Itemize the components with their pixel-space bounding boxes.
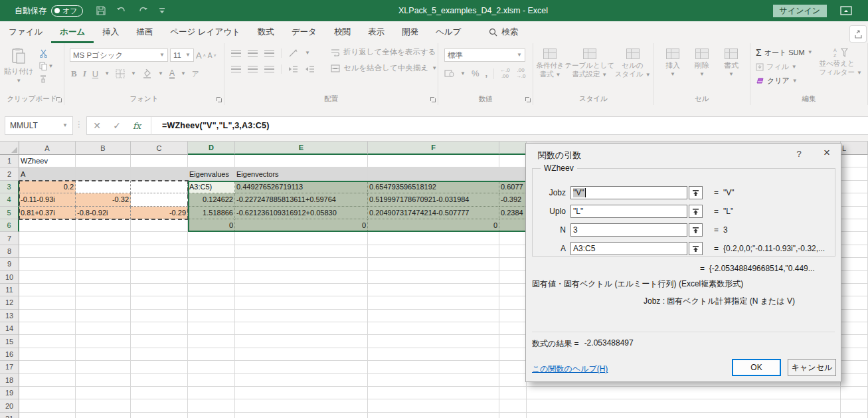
cell-X20[interactable] bbox=[527, 399, 841, 412]
ribbon-display-options-icon[interactable] bbox=[840, 5, 852, 16]
cell-D19[interactable] bbox=[188, 387, 235, 399]
cell-L15[interactable] bbox=[841, 335, 868, 348]
cell-E12[interactable] bbox=[235, 296, 368, 309]
undo-icon[interactable] bbox=[116, 7, 127, 15]
fill-button[interactable]: フィル ▼ bbox=[756, 62, 813, 72]
cell-C17[interactable] bbox=[131, 361, 188, 373]
cell-D2[interactable]: Eigenvalues bbox=[188, 167, 235, 180]
decrease-font-button[interactable]: A˅ bbox=[208, 52, 217, 59]
cell-L17[interactable] bbox=[841, 361, 868, 373]
orientation-button[interactable] bbox=[288, 49, 298, 58]
cell-D14[interactable] bbox=[188, 322, 235, 335]
cell-E21[interactable] bbox=[235, 413, 368, 418]
insert-cells-button[interactable]: 挿入 ▼ bbox=[665, 49, 680, 77]
cell-G15[interactable] bbox=[499, 335, 527, 348]
redo-icon[interactable] bbox=[137, 7, 148, 15]
cell-G8[interactable] bbox=[499, 245, 527, 258]
cell-E3[interactable]: 0.449276526719113 bbox=[235, 181, 368, 193]
formula-input[interactable]: =WZheev("V","L",3,A3:C5) bbox=[162, 121, 270, 130]
cell-B20[interactable] bbox=[76, 399, 131, 412]
cell-A10[interactable] bbox=[19, 271, 76, 284]
align-left-icon[interactable] bbox=[231, 66, 241, 73]
cell-D15[interactable] bbox=[188, 335, 235, 348]
clear-button[interactable]: クリア ▼ bbox=[756, 76, 813, 86]
number-format-combo[interactable]: 標準 ▼ bbox=[444, 49, 525, 62]
cell-E7[interactable] bbox=[235, 232, 368, 245]
cell-D21[interactable] bbox=[188, 413, 235, 418]
cancel-entry-icon[interactable]: ✕ bbox=[87, 120, 107, 131]
cell-C1[interactable] bbox=[131, 155, 188, 167]
cell-F19[interactable] bbox=[368, 387, 499, 399]
cell-L18[interactable] bbox=[841, 374, 868, 387]
column-header-G[interactable] bbox=[499, 142, 527, 155]
cell-A11[interactable] bbox=[19, 284, 76, 296]
cell-G7[interactable] bbox=[499, 232, 527, 245]
cut-button[interactable] bbox=[39, 49, 54, 58]
cell-D18[interactable] bbox=[188, 374, 235, 387]
cell-B21[interactable] bbox=[76, 413, 131, 418]
cell-A7[interactable] bbox=[19, 232, 76, 245]
cell-C16[interactable] bbox=[131, 348, 188, 361]
tab-home[interactable]: ホーム bbox=[51, 21, 94, 43]
row-header-1[interactable]: 1 bbox=[0, 155, 19, 167]
column-header-D[interactable]: D bbox=[188, 142, 235, 155]
format-painter-button[interactable] bbox=[39, 74, 54, 83]
cell-E18[interactable] bbox=[235, 374, 368, 387]
cell-D7[interactable] bbox=[188, 232, 235, 245]
cell-F6[interactable]: 0 bbox=[368, 219, 499, 232]
merge-center-button[interactable]: セルを結合して中央揃え ▼ bbox=[331, 63, 437, 73]
font-color-button[interactable]: A bbox=[169, 69, 175, 79]
collapse-dialog-icon[interactable] bbox=[689, 242, 703, 255]
arg-input-jobz[interactable]: "V" bbox=[570, 186, 687, 199]
function-help-link[interactable]: この関数のヘルプ(H) bbox=[532, 364, 608, 375]
underline-button[interactable]: U bbox=[92, 69, 98, 79]
tab-file[interactable]: ファイル bbox=[0, 21, 51, 43]
cell-E11[interactable] bbox=[235, 284, 368, 296]
insert-function-icon[interactable]: fx bbox=[127, 121, 147, 131]
cell-A16[interactable] bbox=[19, 348, 76, 361]
cell-D1[interactable] bbox=[188, 155, 235, 167]
cell-G5[interactable]: 0.2384 bbox=[499, 207, 527, 219]
cell-E5[interactable]: -0.621236109316912+0.05830 bbox=[235, 207, 368, 219]
cell-L16[interactable] bbox=[841, 348, 868, 361]
cell-E16[interactable] bbox=[235, 348, 368, 361]
collapse-dialog-icon[interactable] bbox=[689, 223, 703, 237]
cell-A12[interactable] bbox=[19, 296, 76, 309]
cell-L21[interactable] bbox=[841, 413, 868, 418]
cell-B19[interactable] bbox=[76, 387, 131, 399]
cell-C3[interactable] bbox=[131, 181, 188, 193]
cell-L5[interactable] bbox=[841, 207, 868, 219]
cell-L2[interactable] bbox=[841, 167, 868, 180]
tab-insert[interactable]: 挿入 bbox=[94, 21, 128, 43]
row-header-14[interactable]: 14 bbox=[0, 322, 19, 335]
cell-G10[interactable] bbox=[499, 271, 527, 284]
cell-A8[interactable] bbox=[19, 245, 76, 258]
cell-B1[interactable] bbox=[76, 155, 131, 167]
cell-B4[interactable]: -0.32 bbox=[76, 193, 131, 206]
cell-F2[interactable] bbox=[368, 167, 499, 180]
row-header-2[interactable]: 2 bbox=[0, 167, 19, 180]
font-dialog-launcher[interactable] bbox=[217, 97, 222, 102]
cell-E17[interactable] bbox=[235, 361, 368, 373]
cell-C4[interactable] bbox=[131, 193, 188, 206]
cell-B9[interactable] bbox=[76, 258, 131, 270]
cell-styles-button[interactable]: セルのスタイル ▼ bbox=[615, 49, 651, 78]
conditional-formatting-button[interactable]: 条件付き書式 ▼ bbox=[536, 49, 564, 78]
cell-G2[interactable] bbox=[499, 167, 527, 180]
search-box[interactable]: 検索 bbox=[480, 21, 527, 43]
cell-C12[interactable] bbox=[131, 296, 188, 309]
column-header-B[interactable]: B bbox=[76, 142, 131, 155]
confirm-entry-icon[interactable]: ✓ bbox=[107, 120, 127, 131]
cell-G16[interactable] bbox=[499, 348, 527, 361]
column-header-C[interactable]: C bbox=[131, 142, 188, 155]
column-header-A[interactable]: A bbox=[19, 142, 76, 155]
decrease-decimal-button[interactable]: .00→.0 bbox=[516, 68, 526, 80]
collapse-dialog-icon[interactable] bbox=[689, 186, 703, 199]
row-header-11[interactable]: 11 bbox=[0, 284, 19, 296]
cell-E1[interactable] bbox=[235, 155, 368, 167]
cell-F1[interactable] bbox=[368, 155, 499, 167]
cell-E13[interactable] bbox=[235, 310, 368, 322]
cell-C20[interactable] bbox=[131, 399, 188, 412]
cell-L6[interactable] bbox=[841, 219, 868, 232]
row-header-6[interactable]: 6 bbox=[0, 219, 19, 232]
